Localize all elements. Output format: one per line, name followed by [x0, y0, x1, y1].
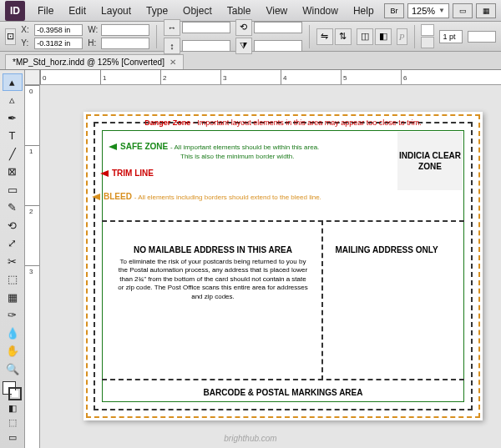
fill-swatch[interactable]: [421, 24, 434, 36]
select-container-icon[interactable]: ◫: [357, 28, 373, 45]
selection-tool[interactable]: ▴: [3, 73, 23, 91]
close-icon[interactable]: ✕: [170, 58, 176, 67]
document-page[interactable]: Danger Zone - Important layout elements …: [84, 112, 483, 420]
rectangle-frame-tool[interactable]: ⊠: [3, 164, 23, 180]
flip-v-icon[interactable]: ⇅: [335, 28, 352, 45]
direct-selection-tool[interactable]: ▵: [3, 92, 23, 108]
app-icon: ID: [5, 1, 25, 21]
barcode-section: BARCODE & POSTAL MARKINGS AREA: [84, 388, 483, 397]
line-tool[interactable]: ╱: [3, 145, 23, 162]
type-tool[interactable]: T: [3, 128, 23, 144]
ruler-corner: [25, 70, 40, 85]
rotate-input[interactable]: [254, 22, 302, 33]
w-label: W:: [88, 25, 99, 34]
indicia-zone: INDICIA CLEAR ZONE: [397, 132, 463, 190]
no-mail-section: NO MAILABLE ADDRESS IN THIS AREA To elim…: [117, 245, 309, 301]
hand-tool[interactable]: ✋: [3, 342, 23, 359]
watermark: brighthub.com: [224, 434, 276, 443]
w-input[interactable]: [101, 24, 149, 36]
arrow-left-icon: [109, 143, 117, 150]
menu-help[interactable]: Help: [346, 2, 382, 20]
apply-color-icon[interactable]: ◧: [3, 401, 23, 415]
flip-h-icon[interactable]: ⇋: [316, 28, 333, 45]
control-bar: ⊡ X:-0.3958 in Y:-0.3182 in W: H: ↔ ↕ ⟲ …: [0, 22, 501, 52]
menu-window[interactable]: Window: [295, 2, 346, 20]
format-container-icon[interactable]: ⬚: [3, 415, 23, 430]
divider-v1: [321, 220, 323, 380]
gradient-tool[interactable]: ▦: [3, 289, 23, 305]
arrow-left-icon: [92, 194, 100, 200]
arrow-left-icon: [100, 170, 109, 177]
pencil-tool[interactable]: ✎: [3, 199, 23, 216]
mailing-address-section: MAILING ADDRESS ONLY: [324, 245, 449, 254]
x-label: X:: [21, 25, 33, 34]
stroke-weight-input[interactable]: 1 pt: [439, 30, 463, 43]
divider-h2: [102, 379, 464, 380]
trim-line-label: TRIM LINE: [100, 169, 154, 178]
menu-table[interactable]: Table: [220, 2, 259, 20]
tab-title: *MP_Std_horz.indd @ 125% [Converted]: [13, 58, 164, 67]
safe-zone-label: SAFE ZONE - All important elements shoul…: [109, 142, 319, 160]
ruler-vertical: 0123: [25, 85, 40, 448]
document-tab[interactable]: *MP_Std_horz.indd @ 125% [Converted] ✕: [5, 54, 184, 69]
zoom-select[interactable]: 125%▼: [407, 3, 449, 18]
pen-tool[interactable]: ✒: [3, 109, 23, 126]
stroke-style-input[interactable]: [468, 31, 496, 43]
bridge-button[interactable]: Br: [384, 3, 404, 18]
scale-x-input[interactable]: [182, 22, 230, 33]
rotate-tool[interactable]: ⟲: [3, 217, 23, 234]
scissors-tool[interactable]: ✂: [3, 253, 23, 269]
menu-object[interactable]: Object: [175, 2, 220, 20]
free-transform-tool[interactable]: ⬚: [3, 270, 23, 287]
scale-x-icon[interactable]: ↔: [164, 19, 180, 36]
bleed-label: BLEED - All elements including borders s…: [92, 192, 321, 201]
view-mode-icon[interactable]: ▭: [3, 430, 23, 445]
ruler-horizontal: 0123456: [40, 70, 501, 85]
menu-type[interactable]: Type: [139, 2, 175, 20]
menu-file[interactable]: File: [30, 2, 61, 20]
toolbox: ▴ ▵ ✒ T ╱ ⊠ ▭ ✎ ⟲ ⤢ ✂ ⬚ ▦ ✑ 💧 ✋ 🔍 ◧ ⬚ ▭: [0, 70, 25, 448]
scale-y-input[interactable]: [182, 40, 230, 52]
rotate-icon[interactable]: ⟲: [235, 19, 252, 36]
ref-point-icon[interactable]: ⊡: [5, 28, 16, 45]
zoom-value: 125%: [412, 6, 435, 16]
chevron-down-icon: ▼: [438, 7, 445, 14]
screenmode-button[interactable]: ▭: [453, 3, 473, 18]
y-label: Y:: [21, 38, 33, 48]
h-label: H:: [88, 38, 99, 48]
menu-edit[interactable]: Edit: [61, 2, 94, 20]
canvas[interactable]: 0123456 0123 Danger Zone - Important lay…: [25, 70, 501, 448]
paragraph-icon[interactable]: P: [397, 28, 407, 45]
eyedropper-tool[interactable]: 💧: [3, 325, 23, 341]
zoom-tool[interactable]: 🔍: [3, 360, 23, 377]
stroke-swatch[interactable]: [421, 37, 434, 48]
rectangle-tool[interactable]: ▭: [3, 181, 23, 198]
y-input[interactable]: -0.3182 in: [34, 38, 83, 49]
note-tool[interactable]: ✑: [3, 306, 23, 323]
shear-icon[interactable]: ⧩: [235, 38, 252, 54]
danger-zone-label: Danger Zone - Important layout elements …: [84, 118, 483, 127]
select-content-icon[interactable]: ◧: [375, 28, 392, 45]
tab-bar: *MP_Std_horz.indd @ 125% [Converted] ✕: [0, 52, 501, 70]
menu-view[interactable]: View: [258, 2, 295, 20]
scale-tool[interactable]: ⤢: [3, 235, 23, 252]
h-input[interactable]: [101, 38, 149, 49]
menu-layout[interactable]: Layout: [94, 2, 139, 20]
shear-input[interactable]: [254, 40, 302, 52]
x-input[interactable]: -0.3958 in: [34, 24, 83, 36]
arrange-button[interactable]: ▦: [476, 3, 496, 18]
scale-y-icon[interactable]: ↕: [164, 38, 180, 54]
divider-h1: [102, 220, 464, 222]
color-swatch[interactable]: [3, 381, 23, 400]
